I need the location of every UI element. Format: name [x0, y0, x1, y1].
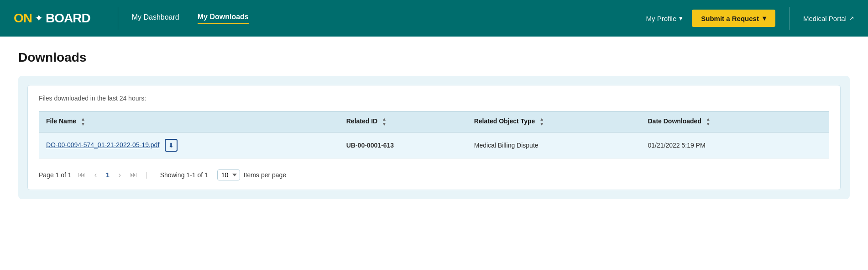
- col-date-downloaded[interactable]: Date Downloaded ▲▼: [641, 111, 800, 132]
- sort-icon-date-downloaded: ▲▼: [706, 117, 711, 127]
- cell-related-object-type: Medical Billing Dispute: [467, 132, 641, 159]
- header-divider-2: [789, 7, 790, 30]
- col-actions: [799, 111, 829, 132]
- nav-my-dashboard[interactable]: My Dashboard: [132, 13, 179, 23]
- col-related-id[interactable]: Related ID ▲▼: [339, 111, 467, 132]
- my-profile-button[interactable]: My Profile ▾: [646, 14, 683, 22]
- items-per-page-label: Items per page: [244, 171, 286, 179]
- medical-portal-label: Medical Portal: [803, 15, 847, 22]
- header-right: My Profile ▾ Submit a Request ▾ Medical …: [646, 7, 854, 30]
- page-title: Downloads: [18, 50, 850, 65]
- table-header-row: File Name ▲▼ Related ID ▲▼ Related Objec…: [39, 111, 829, 132]
- sort-icon-related-id: ▲▼: [382, 117, 387, 127]
- medical-portal-link[interactable]: Medical Portal ↗: [803, 15, 854, 22]
- downloads-card: Files downloaded in the last 24 hours: F…: [18, 76, 850, 199]
- current-page-number[interactable]: 1: [103, 170, 112, 180]
- files-note: Files downloaded in the last 24 hours:: [39, 95, 829, 102]
- first-page-button[interactable]: ⏮: [75, 170, 88, 180]
- sort-icon-file-name: ▲▼: [81, 117, 85, 127]
- pagination-row: Page 1 of 1 ⏮ ‹ 1 › ⏭ | Showing 1-1 of 1…: [39, 166, 829, 180]
- main-content: Downloads Files downloaded in the last 2…: [0, 37, 868, 270]
- inner-card: Files downloaded in the last 24 hours: F…: [27, 85, 841, 190]
- main-header: ON✦BOARD My Dashboard My Downloads My Pr…: [0, 0, 868, 37]
- cell-file-name: DO-00-0094-574_01-21-2022-05-19.pdf ⬇: [39, 132, 339, 159]
- logo-on: ON: [14, 11, 32, 26]
- cell-related-id: UB-00-0001-613: [339, 132, 467, 159]
- download-icon-button[interactable]: ⬇: [165, 139, 178, 152]
- last-page-button[interactable]: ⏭: [127, 170, 140, 180]
- logo: ON✦BOARD: [14, 11, 90, 26]
- main-nav: My Dashboard My Downloads: [132, 13, 646, 24]
- external-link-icon: ↗: [849, 15, 854, 22]
- sort-icon-related-object-type: ▲▼: [539, 117, 544, 127]
- submit-request-label: Submit a Request: [701, 15, 759, 22]
- prev-page-button[interactable]: ‹: [92, 170, 99, 180]
- nav-my-downloads[interactable]: My Downloads: [198, 13, 249, 24]
- cell-date-downloaded: 01/21/2022 5:19 PM: [641, 132, 800, 159]
- compass-icon: ✦: [32, 12, 45, 25]
- downloads-table: File Name ▲▼ Related ID ▲▼ Related Objec…: [39, 111, 829, 159]
- next-page-button[interactable]: ›: [116, 170, 124, 180]
- per-page-select[interactable]: 10 25 50: [217, 169, 240, 180]
- page-info: Page 1 of 1: [39, 171, 72, 179]
- submit-chevron-icon: ▾: [763, 14, 766, 22]
- my-profile-label: My Profile: [646, 15, 677, 22]
- showing-text: Showing 1-1 of 1: [160, 171, 208, 179]
- col-related-object-type[interactable]: Related Object Type ▲▼: [467, 111, 641, 132]
- table-row: DO-00-0094-574_01-21-2022-05-19.pdf ⬇ UB…: [39, 132, 829, 159]
- submit-request-button[interactable]: Submit a Request ▾: [692, 10, 775, 27]
- pagination-separator: |: [146, 171, 147, 179]
- header-divider: [118, 7, 118, 30]
- col-file-name[interactable]: File Name ▲▼: [39, 111, 339, 132]
- logo-board: BOARD: [46, 11, 90, 26]
- file-name-link[interactable]: DO-00-0094-574_01-21-2022-05-19.pdf: [46, 141, 159, 148]
- cell-extra: [799, 132, 829, 159]
- profile-chevron-icon: ▾: [679, 14, 683, 22]
